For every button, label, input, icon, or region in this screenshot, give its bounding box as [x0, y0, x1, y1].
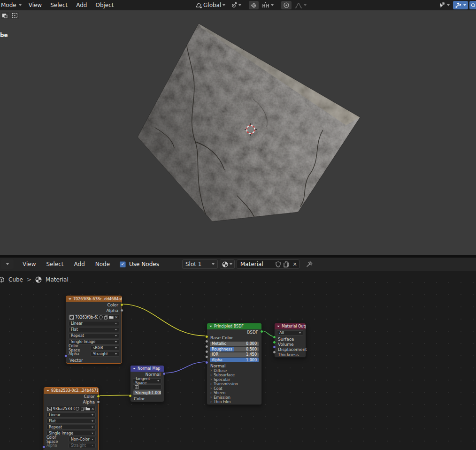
object-type-visibility-dropdown[interactable]	[437, 1, 452, 9]
panel-coat[interactable]: ›Coat	[207, 387, 261, 391]
use-nodes-checkbox[interactable]: ✓	[120, 261, 126, 267]
shader-menu-select[interactable]: Select	[41, 259, 69, 269]
socket-alpha-output[interactable]	[97, 400, 100, 404]
panel-emission[interactable]: ›Emission	[207, 396, 261, 400]
socket-volume-input[interactable]	[273, 341, 276, 344]
alpha-mode-dropdown[interactable]: Straight	[69, 443, 96, 448]
projection-dropdown[interactable]: Flat	[69, 327, 119, 332]
interpolation-dropdown[interactable]: Linear	[46, 412, 96, 418]
unlink-material-button[interactable]: ✕	[291, 259, 299, 269]
strength-slider[interactable]: Strength1.000	[133, 390, 161, 395]
node-normal-map[interactable]: Normal Map Normal Tangent Space Strength…	[130, 365, 164, 402]
color-space-dropdown[interactable]: Non-Color	[69, 437, 96, 442]
image-icon[interactable]	[47, 406, 52, 412]
pin-button[interactable]	[306, 261, 313, 267]
extension-dropdown[interactable]: Repeat	[46, 425, 96, 430]
shield-icon[interactable]	[75, 406, 80, 412]
color-space-dropdown[interactable]: sRGB	[91, 345, 119, 351]
shader-menu-view[interactable]: View	[17, 259, 41, 269]
tweak-tool-button[interactable]	[1, 12, 9, 19]
socket-alpha-output[interactable]	[120, 309, 123, 312]
extension-dropdown[interactable]: Repeat	[69, 333, 119, 338]
image-name[interactable]: 93ba2533-0c...	[52, 407, 75, 411]
socket-displacement-input[interactable]	[273, 345, 276, 349]
panel-diffuse[interactable]: ›Diffuse	[207, 369, 261, 374]
panel-sheen[interactable]: ›Sheen	[207, 391, 261, 396]
node-image-texture-normal[interactable]: 93ba2533-0c2...24b4671bc55.png Color Alp…	[44, 387, 99, 450]
menu-object[interactable]: Object	[91, 0, 118, 10]
close-icon[interactable]: ✕	[90, 406, 95, 412]
interpolation-dropdown[interactable]: Linear	[69, 321, 119, 326]
duplicate-icon[interactable]	[103, 314, 108, 320]
node-header[interactable]: Principled BSDF	[207, 323, 261, 329]
output-target-dropdown[interactable]: All	[277, 330, 303, 336]
3d-viewport[interactable]: be	[0, 10, 476, 255]
socket-roughness-input[interactable]	[205, 345, 208, 348]
link-normal-to-normal[interactable]	[164, 362, 207, 373]
overlays-toggle[interactable]	[469, 1, 476, 9]
shader-menu-add[interactable]: Add	[69, 259, 90, 269]
socket-alpha-input[interactable]	[205, 355, 208, 358]
socket-normal-output[interactable]	[162, 372, 166, 375]
socket-color-output[interactable]	[97, 395, 100, 398]
socket-surface-input[interactable]	[273, 336, 276, 339]
uv-map-field[interactable]	[133, 384, 161, 389]
node-material-output[interactable]: Material Output All Surface Volume Displ…	[274, 323, 306, 358]
socket-vector-input[interactable]	[42, 445, 46, 449]
image-icon[interactable]	[69, 314, 74, 320]
gizmos-toggle[interactable]	[453, 1, 468, 9]
node-header[interactable]: 70263f8b-638c..dd4684af401.png	[66, 296, 122, 302]
link-color-to-basecolor[interactable]	[122, 304, 207, 336]
material-name-field[interactable]: Material	[237, 261, 274, 267]
snap-toggle[interactable]	[249, 1, 259, 9]
node-header[interactable]: 93ba2533-0c2...24b4671bc55.png	[44, 388, 98, 394]
new-material-button[interactable]	[282, 259, 291, 269]
menu-view[interactable]: View	[24, 0, 46, 10]
socket-color-input[interactable]	[129, 394, 132, 397]
panel-transmission[interactable]: ›Transmission	[207, 382, 261, 387]
material-slot-dropdown[interactable]: Slot 1	[182, 259, 218, 269]
image-name[interactable]: 70263f8b-63...	[74, 315, 98, 320]
link-color-to-normalmap[interactable]	[99, 395, 130, 396]
node-header[interactable]: Normal Map	[131, 366, 164, 372]
proportional-falloff-dropdown[interactable]	[293, 1, 308, 9]
image-datablock-row[interactable]: 70263f8b-63... ✕	[69, 314, 119, 320]
shader-node-editor[interactable]: Cube > Material 70263f8b-638c..dd4684af4…	[0, 271, 476, 450]
roughness-slider[interactable]: Roughness0.500	[210, 347, 259, 351]
menu-select[interactable]: Select	[46, 0, 72, 10]
mode-selector[interactable]: Mode	[0, 0, 24, 10]
select-box-tool-button[interactable]	[10, 12, 19, 19]
editor-type-selector[interactable]	[1, 259, 14, 269]
socket-normal-input[interactable]	[205, 361, 208, 364]
duplicate-icon[interactable]	[80, 406, 85, 412]
socket-thickness-input[interactable]	[273, 351, 276, 354]
shader-menu-node[interactable]: Node	[90, 259, 115, 269]
alpha-mode-dropdown[interactable]: Straight	[91, 351, 119, 357]
panel-specular[interactable]: ›Specular	[207, 378, 261, 382]
socket-metallic-input[interactable]	[205, 340, 208, 343]
pivot-point-dropdown[interactable]	[229, 1, 243, 9]
transform-orientation-dropdown[interactable]: Global	[193, 1, 227, 9]
browse-material-dropdown[interactable]	[220, 259, 235, 269]
node-image-texture-basecolor[interactable]: 70263f8b-638c..dd4684af401.png Color Alp…	[66, 296, 122, 364]
socket-ior-input[interactable]	[205, 350, 208, 353]
image-datablock-row[interactable]: 93ba2533-0c... ✕	[46, 406, 96, 412]
alpha-slider[interactable]: Alpha1.000	[210, 358, 259, 362]
metallic-slider[interactable]: Metallic0.000	[210, 342, 259, 346]
snap-target-dropdown[interactable]	[260, 1, 276, 9]
shield-icon[interactable]	[98, 314, 103, 320]
projection-dropdown[interactable]: Flat	[46, 419, 96, 424]
panel-thin-film[interactable]: ›Thin Film	[207, 400, 261, 404]
socket-color-output[interactable]	[120, 303, 123, 306]
socket-bsdf-output[interactable]	[260, 330, 263, 333]
node-principled-bsdf[interactable]: Principled BSDF BSDF Base Color Metallic…	[207, 323, 262, 405]
socket-vector-input[interactable]	[64, 354, 68, 358]
panel-subsurface[interactable]: ›Subsurface	[207, 373, 261, 378]
menu-add[interactable]: Add	[72, 0, 91, 10]
folder-icon[interactable]	[108, 314, 114, 320]
fake-user-shield-button[interactable]	[274, 259, 282, 269]
normal-space-dropdown[interactable]: Tangent Space	[133, 378, 161, 383]
socket-base-color-input[interactable]	[205, 335, 208, 338]
ior-slider[interactable]: IOR1.450	[210, 352, 259, 357]
proportional-editing-toggle[interactable]	[281, 1, 292, 9]
